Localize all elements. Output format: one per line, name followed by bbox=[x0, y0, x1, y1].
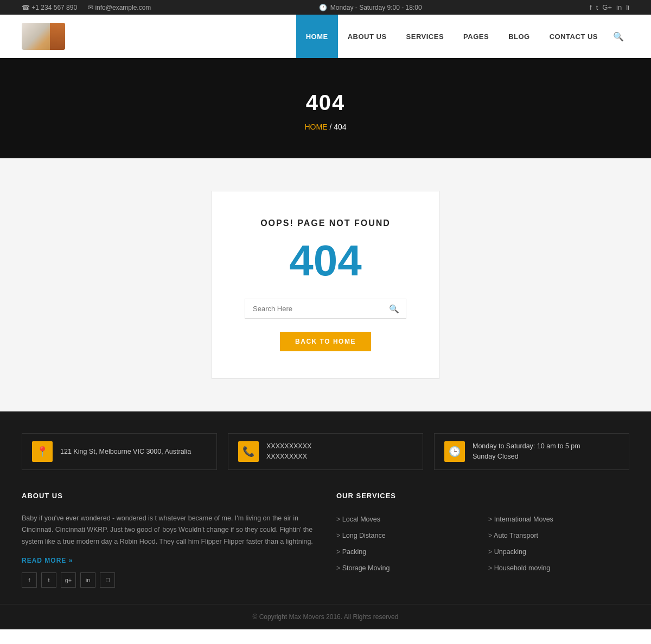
footer-social-twitter[interactable]: t bbox=[41, 572, 56, 588]
phone-icon: ☎ bbox=[22, 4, 30, 11]
social-instagram[interactable]: in bbox=[616, 3, 622, 11]
footer-hours-text: Monday to Saturday: 10 am to 5 pm Sunday… bbox=[473, 441, 580, 462]
address-icon: 📍 bbox=[32, 441, 53, 462]
phone-info: ☎ +1 234 567 890 bbox=[22, 4, 77, 11]
nav-home[interactable]: HOME bbox=[296, 15, 338, 58]
nav-pages[interactable]: PAGES bbox=[454, 15, 499, 58]
main-nav: HOME ABOUT US SERVICES PAGES BLOG CONTAC… bbox=[296, 15, 629, 58]
copyright-text: © Copyright Max Movers 2016. All Rights … bbox=[253, 613, 399, 621]
breadcrumb: HOME / 404 bbox=[11, 123, 640, 131]
footer-info-row: 📍 121 King St, Melbourne VIC 3000, Austr… bbox=[22, 433, 629, 470]
search-icon[interactable]: 🔍 bbox=[608, 15, 629, 58]
nav-about[interactable]: ABOUT US bbox=[338, 15, 397, 58]
footer: 📍 121 King St, Melbourne VIC 3000, Austr… bbox=[0, 411, 651, 629]
top-bar-left: ☎ +1 234 567 890 ✉ info@example.com bbox=[22, 4, 151, 11]
breadcrumb-home[interactable]: HOME bbox=[304, 123, 327, 131]
phone-icon: 📞 bbox=[238, 441, 259, 462]
email-info: ✉ info@example.com bbox=[88, 4, 151, 11]
header: HOME ABOUT US SERVICES PAGES BLOG CONTAC… bbox=[0, 15, 651, 58]
footer-about-col: ABOUT US Baby if you've ever wondered - … bbox=[22, 492, 315, 588]
business-hours: Monday - Saturday 9:00 - 18:00 bbox=[330, 4, 422, 11]
hero-title: 404 bbox=[11, 91, 640, 115]
main-content: OOPS! PAGE NOT FOUND 404 🔍 BACK TO HOME bbox=[0, 158, 651, 411]
error-number: 404 bbox=[245, 239, 406, 282]
footer-services-col: OUR SERVICES Local Moves International M… bbox=[336, 492, 629, 588]
top-bar: ☎ +1 234 567 890 ✉ info@example.com 🕐 Mo… bbox=[0, 0, 651, 15]
search-submit-button[interactable]: 🔍 bbox=[382, 299, 406, 318]
services-grid: Local Moves International Moves Long Dis… bbox=[336, 513, 629, 575]
footer-social: f t g+ in ◻ bbox=[22, 572, 315, 588]
clock-icon: 🕐 bbox=[319, 4, 327, 11]
footer-hours-card: 🕒 Monday to Saturday: 10 am to 5 pm Sund… bbox=[434, 433, 629, 470]
hours-icon: 🕒 bbox=[444, 441, 465, 462]
nav-services[interactable]: SERVICES bbox=[397, 15, 454, 58]
social-twitter[interactable]: t bbox=[596, 3, 598, 11]
breadcrumb-current: 404 bbox=[334, 123, 346, 131]
footer-read-more[interactable]: READ MORE » bbox=[22, 557, 73, 564]
footer-about-text: Baby if you've ever wondered - wondered … bbox=[22, 513, 315, 548]
footer-social-other[interactable]: ◻ bbox=[100, 572, 115, 588]
email-icon: ✉ bbox=[88, 4, 93, 11]
logo-image bbox=[22, 23, 65, 50]
social-facebook[interactable]: f bbox=[590, 3, 592, 11]
service-unpacking[interactable]: Unpacking bbox=[488, 545, 629, 558]
footer-phone-card: 📞 XXXXXXXXXX XXXXXXXXX bbox=[228, 433, 423, 470]
email-address: info@example.com bbox=[95, 4, 151, 11]
top-bar-social: f t G+ in li bbox=[590, 3, 629, 11]
footer-address-card: 📍 121 King St, Melbourne VIC 3000, Austr… bbox=[22, 433, 217, 470]
service-local-moves[interactable]: Local Moves bbox=[336, 513, 477, 526]
nav-blog[interactable]: BLOG bbox=[499, 15, 540, 58]
social-googleplus[interactable]: G+ bbox=[602, 3, 612, 11]
footer-services-title: OUR SERVICES bbox=[336, 492, 629, 504]
footer-bottom: © Copyright Max Movers 2016. All Rights … bbox=[22, 604, 629, 629]
service-auto-transport[interactable]: Auto Transport bbox=[488, 529, 629, 542]
error-card: OOPS! PAGE NOT FOUND 404 🔍 BACK TO HOME bbox=[212, 191, 439, 379]
breadcrumb-separator: / bbox=[329, 123, 334, 131]
social-linkedin[interactable]: li bbox=[626, 3, 629, 11]
service-household-moving[interactable]: Household moving bbox=[488, 562, 629, 575]
service-packing[interactable]: Packing bbox=[336, 545, 477, 558]
phone-number: +1 234 567 890 bbox=[31, 4, 77, 11]
service-storage-moving[interactable]: Storage Moving bbox=[336, 562, 477, 575]
back-to-home-button[interactable]: BACK TO HOME bbox=[280, 332, 371, 351]
logo[interactable] bbox=[22, 15, 65, 58]
nav-contact[interactable]: CONTACT US bbox=[540, 15, 608, 58]
search-box: 🔍 bbox=[245, 299, 406, 319]
service-long-distance[interactable]: Long Distance bbox=[336, 529, 477, 542]
footer-main: ABOUT US Baby if you've ever wondered - … bbox=[22, 492, 629, 604]
service-international-moves[interactable]: International Moves bbox=[488, 513, 629, 526]
hero-section: 404 HOME / 404 bbox=[0, 58, 651, 158]
top-bar-center: 🕐 Monday - Saturday 9:00 - 18:00 bbox=[319, 4, 422, 11]
footer-about-title: ABOUT US bbox=[22, 492, 315, 504]
footer-phone-line1: XXXXXXXXXX bbox=[266, 441, 311, 452]
footer-phone-text: XXXXXXXXXX XXXXXXXXX bbox=[266, 441, 311, 462]
footer-social-facebook[interactable]: f bbox=[22, 572, 37, 588]
footer-hours-line1: Monday to Saturday: 10 am to 5 pm bbox=[473, 441, 580, 452]
search-input[interactable] bbox=[245, 299, 382, 318]
footer-hours-line2: Sunday Closed bbox=[473, 452, 580, 462]
footer-phone-line2: XXXXXXXXX bbox=[266, 452, 311, 462]
error-heading: OOPS! PAGE NOT FOUND bbox=[245, 218, 406, 228]
footer-address-text: 121 King St, Melbourne VIC 3000, Austral… bbox=[60, 447, 191, 457]
footer-social-linkedin[interactable]: in bbox=[80, 572, 95, 588]
footer-social-googleplus[interactable]: g+ bbox=[61, 572, 76, 588]
